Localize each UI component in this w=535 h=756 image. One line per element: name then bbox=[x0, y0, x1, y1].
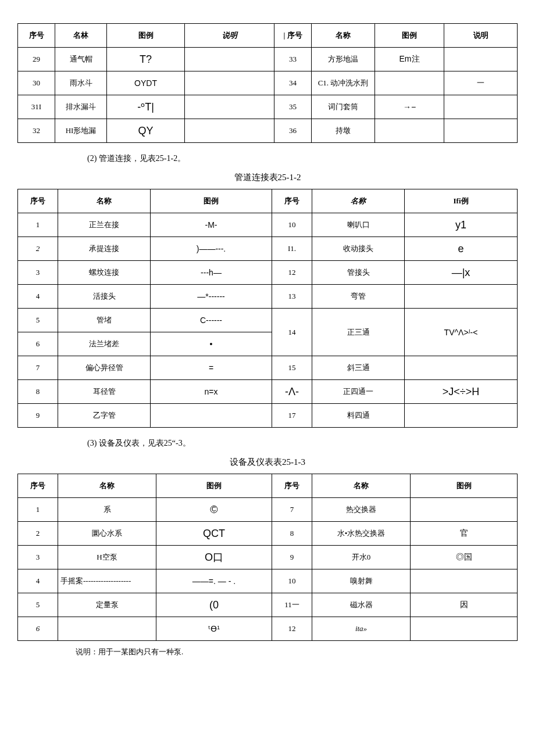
t1-l1-sym: OYDT bbox=[107, 71, 185, 95]
t2-r5-no: 15 bbox=[272, 356, 312, 380]
t2-l4-no: 5 bbox=[18, 309, 58, 332]
t3-r3-sym bbox=[411, 569, 518, 593]
t3-h-no-r: 序号 bbox=[272, 474, 312, 498]
t1-l2-name: 排水漏斗 bbox=[55, 95, 107, 119]
t1-r0-desc bbox=[444, 48, 518, 71]
t1-r3-sym bbox=[375, 119, 444, 143]
t1-r1-desc: 一 bbox=[444, 71, 518, 95]
t2-l2-name: 螺坟连接 bbox=[58, 261, 151, 285]
t2-r3-no: 13 bbox=[272, 285, 312, 309]
t1-l2-sym: -ᵒT| bbox=[107, 95, 185, 119]
t3-l5-name bbox=[58, 617, 156, 641]
t3-l2-no: 3 bbox=[18, 546, 58, 569]
t2-h-name-r: 名称 bbox=[312, 189, 405, 213]
t2-r6-no: -Λ- bbox=[272, 380, 312, 404]
t2-l8-no: 9 bbox=[18, 404, 58, 428]
table-row: 29 通气帽 T? 33 方形地温 Em注 bbox=[18, 48, 518, 71]
t2-r1-sym: e bbox=[405, 237, 518, 261]
t1-r2-sym: →− bbox=[375, 95, 444, 119]
t2-l1-sym: )——---. bbox=[151, 237, 272, 261]
t1-l1-name: 雨水斗 bbox=[55, 71, 107, 95]
t1-l1-no: 30 bbox=[18, 71, 55, 95]
table-row: 4 手摇案------------------- ——=. — - . 10 嗅… bbox=[18, 569, 518, 593]
section3-note: (3) 设备及仪表，见表25“-3。 bbox=[87, 438, 518, 449]
t2-l7-no: 8 bbox=[18, 380, 58, 404]
t2-r1-no: I1. bbox=[272, 237, 312, 261]
table-1: 序号 名林 图例 说明 | 序号 名称 图例 说明 29 通气帽 T? 33 方… bbox=[17, 23, 518, 143]
t2-r1-name: 收动接头 bbox=[312, 237, 405, 261]
t2-l3-sym: —*------ bbox=[151, 285, 272, 309]
table-row: 1 正兰在接 -M- 10 喇叭口 y1 bbox=[18, 213, 518, 237]
t2-r5-sym bbox=[405, 356, 518, 380]
t2-r7-no: 17 bbox=[272, 404, 312, 428]
table-row: 6 ᵗƟ¹ 12 ita» bbox=[18, 617, 518, 641]
t1-r1-sym bbox=[375, 71, 444, 95]
t2-h-no-l: 序号 bbox=[18, 189, 58, 213]
t2-h-name-l: 名称 bbox=[58, 189, 151, 213]
t1-r3-name: 持墩 bbox=[312, 119, 375, 143]
t2-r2-no: 12 bbox=[272, 261, 312, 285]
t1-h-no-r-box: | 序号 bbox=[274, 24, 312, 48]
section2-caption: 管道连接表25-1-2 bbox=[17, 172, 518, 183]
t1-r2-name: 词门套筒 bbox=[312, 95, 375, 119]
table-row: 7 偏心异径管 = 15 斜三通 bbox=[18, 356, 518, 380]
t2-r0-sym: y1 bbox=[405, 213, 518, 237]
t2-r2-sym: —|x bbox=[405, 261, 518, 285]
t3-h-sym-r: 图例 bbox=[411, 474, 518, 498]
t2-r0-no: 10 bbox=[272, 213, 312, 237]
t3-r2-name: 开水0 bbox=[312, 546, 411, 569]
t3-r4-sym: 因 bbox=[411, 593, 518, 617]
t2-l0-name: 正兰在接 bbox=[58, 213, 151, 237]
t2-r6-name: 正四通一 bbox=[312, 380, 405, 404]
footnote: 说明：用于一某图内只有一种泵. bbox=[76, 647, 518, 657]
t2-l3-no: 4 bbox=[18, 285, 58, 309]
table-row: 2 承提连接 )——---. I1. 收动接头 e bbox=[18, 237, 518, 261]
t3-l3-no: 4 bbox=[18, 569, 58, 593]
t2-r2-name: 管接头 bbox=[312, 261, 405, 285]
t2-l6-sym: = bbox=[151, 356, 272, 380]
t2-r4-sym: TV^Λ>ᴶ-< bbox=[405, 309, 518, 356]
t2-l5-sym: • bbox=[151, 332, 272, 356]
t1-l3-no: 32 bbox=[18, 119, 55, 143]
t2-l5-name: 法兰堵差 bbox=[58, 332, 151, 356]
t3-r0-name: 热交换器 bbox=[312, 498, 411, 522]
t3-l3-sym: ——=. — - . bbox=[156, 569, 272, 593]
t2-l2-no: 3 bbox=[18, 261, 58, 285]
t3-r5-sym bbox=[411, 617, 518, 641]
t2-r0-name: 喇叭口 bbox=[312, 213, 405, 237]
t1-l1-desc bbox=[185, 71, 274, 95]
t1-r2-desc bbox=[444, 95, 518, 119]
t2-l5-no: 6 bbox=[18, 332, 58, 356]
t1-h-desc-l: 说明 bbox=[185, 24, 274, 48]
t1-h-desc-r: 说明 bbox=[444, 24, 518, 48]
t3-h-no-l: 序号 bbox=[18, 474, 58, 498]
t3-r1-sym: 官 bbox=[411, 522, 518, 546]
t3-r0-sym bbox=[411, 498, 518, 522]
t1-r0-no: 33 bbox=[274, 48, 312, 71]
t2-l4-name: 管堵 bbox=[58, 309, 151, 332]
t2-r4-name: 正三通 bbox=[312, 309, 405, 356]
t3-r3-no: 10 bbox=[272, 569, 312, 593]
t2-l3-name: 活接头 bbox=[58, 285, 151, 309]
t1-l0-sym: T? bbox=[107, 48, 185, 71]
t2-l7-sym: n=x bbox=[151, 380, 272, 404]
t3-l4-no: 5 bbox=[18, 593, 58, 617]
t1-h-sym-l: 图例 bbox=[107, 24, 185, 48]
t3-l1-no: 2 bbox=[18, 522, 58, 546]
t3-l4-name: 定量泵 bbox=[58, 593, 156, 617]
table-row: 30 雨水斗 OYDT 34 C1. 动冲洗水刑 一 bbox=[18, 71, 518, 95]
t3-r0-no: 7 bbox=[272, 498, 312, 522]
t2-l7-name: 耳径管 bbox=[58, 380, 151, 404]
t2-l2-sym: ---h— bbox=[151, 261, 272, 285]
t3-r1-name: 水•水热交换器 bbox=[312, 522, 411, 546]
t3-l3-name: 手摇案------------------- bbox=[58, 569, 156, 593]
t1-h-no-l: 序号 bbox=[18, 24, 55, 48]
t3-h-name-r: 名称 bbox=[312, 474, 411, 498]
t1-r0-name: 方形地温 bbox=[312, 48, 375, 71]
t1-l0-name: 通气帽 bbox=[55, 48, 107, 71]
t1-h-sym-r: 图例 bbox=[375, 24, 444, 48]
t1-l2-desc bbox=[185, 95, 274, 119]
t3-r4-no: 11一 bbox=[272, 593, 312, 617]
t3-l2-sym: O口 bbox=[156, 546, 272, 569]
table-row: 3 螺坟连接 ---h— 12 管接头 —|x bbox=[18, 261, 518, 285]
